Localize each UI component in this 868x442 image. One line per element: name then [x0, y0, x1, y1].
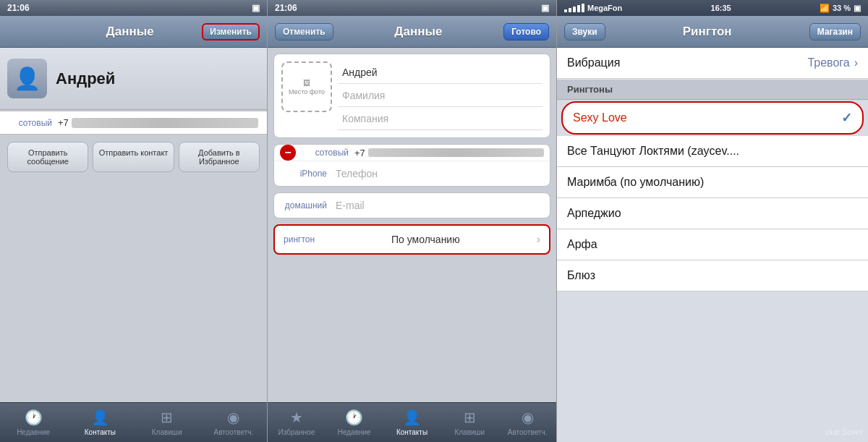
- signal-group: MegaFon: [564, 4, 622, 12]
- ringtone-item-2[interactable]: Все Танцуют Локтями (zaycev....: [557, 136, 868, 167]
- contacts-icon-2: 👤: [403, 409, 421, 426]
- email-section: домашний: [273, 192, 550, 218]
- tab-keypad-label-1: Клавиши: [152, 428, 182, 436]
- first-name-input[interactable]: [338, 61, 542, 84]
- phone-prefix-2: +7: [354, 148, 365, 158]
- panel-contacts-edit: 21:06 ▣ Отменить Данные Готово 🖼 Место ф…: [268, 0, 557, 442]
- done-button[interactable]: Готово: [503, 23, 549, 41]
- edit-form: 🖼 Место фото − сотовый +7 iPhone: [268, 48, 556, 402]
- voicemail-icon-1: ◉: [227, 409, 239, 426]
- person-icon: 👤: [14, 66, 41, 91]
- name-fields: [338, 61, 542, 130]
- send-message-button[interactable]: Отправить сообщение: [7, 142, 88, 172]
- tab-favorites-label-2: Избранное: [278, 428, 315, 436]
- bar3: [573, 7, 576, 12]
- nav-title-1: Данные: [106, 25, 154, 39]
- contact-header: 👤 Андрей: [0, 48, 267, 110]
- bar5: [582, 4, 584, 12]
- add-favorite-button[interactable]: Добавить в Избранное: [179, 142, 260, 172]
- tab-recent-1[interactable]: 🕐 Недавние: [0, 403, 67, 442]
- tab-favorites-2[interactable]: ★ Избранное: [268, 403, 326, 442]
- battery-icon-1: ▣: [252, 3, 260, 13]
- cancel-button[interactable]: Отменить: [275, 23, 333, 41]
- tab-recent-2[interactable]: 🕐 Недавние: [326, 403, 383, 442]
- bar4: [577, 5, 580, 12]
- company-input[interactable]: [338, 108, 542, 130]
- ringtone-item-3[interactable]: Маримба (по умолчанию): [557, 167, 868, 198]
- ringtone-item-4[interactable]: Арпеджио: [557, 198, 868, 229]
- battery-icon-2: ▣: [541, 3, 549, 13]
- checkmark-icon: ✓: [841, 110, 852, 126]
- nav-bar-1: Данные Изменить: [0, 16, 267, 48]
- tab-keypad-label-2: Клавиши: [454, 428, 485, 436]
- keypad-icon-2: ⊞: [464, 409, 476, 426]
- ringtone-list: Вибрация Тревога › Рингтоны Sexy Love ✓ …: [557, 48, 868, 442]
- status-bar-1: 21:06 ▣: [0, 0, 267, 16]
- ringtone-label: рингтон: [284, 234, 315, 245]
- status-bar-3: MegaFon 16:35 📶 33 % ▣: [557, 0, 868, 16]
- phone-blur: [72, 118, 258, 128]
- photo-placeholder[interactable]: 🖼 Место фото: [281, 61, 332, 112]
- photo-icon: 🖼: [303, 79, 310, 87]
- ringtone-name-4: Арпеджио: [567, 207, 621, 220]
- send-contact-button[interactable]: Отправить контакт: [93, 142, 174, 172]
- tab-keypad-1[interactable]: ⊞ Клавиши: [134, 403, 200, 442]
- vibration-label: Вибрация: [567, 56, 620, 69]
- photo-name-section: 🖼 Место фото: [273, 54, 550, 138]
- wifi-icon: 📶: [820, 4, 830, 13]
- chevron-icon: ›: [537, 233, 540, 246]
- phone-prefix: +7: [58, 117, 69, 128]
- voicemail-icon-2: ◉: [522, 409, 534, 426]
- vibration-row[interactable]: Вибрация Тревога ›: [557, 48, 868, 79]
- nav-bar-2: Отменить Данные Готово: [268, 16, 556, 48]
- action-buttons: Отправить сообщение Отправить контакт До…: [0, 135, 267, 179]
- ringtone-name-3: Маримба (по умолчанию): [567, 176, 704, 189]
- ringtone-row[interactable]: рингтон По умолчанию ›: [273, 224, 550, 255]
- tab-recent-label-2: Недавние: [338, 428, 371, 436]
- ringtones-section-header: Рингтоны: [557, 79, 868, 100]
- carrier-name: MegaFon: [587, 4, 622, 12]
- contact-name: Андрей: [56, 69, 115, 88]
- keypad-icon-1: ⊞: [161, 409, 173, 426]
- tab-keypad-2[interactable]: ⊞ Клавиши: [441, 403, 498, 442]
- remove-phone-button[interactable]: −: [280, 145, 296, 161]
- tab-contacts-1[interactable]: 👤 Контакты: [67, 403, 133, 442]
- email-input[interactable]: [333, 193, 544, 218]
- nav-bar-3: Звуки Рингтон Магазин: [557, 16, 868, 48]
- tab-voicemail-1[interactable]: ◉ Автоответч.: [200, 403, 267, 442]
- iphone-input[interactable]: [333, 161, 544, 186]
- tab-bar-2: ★ Избранное 🕐 Недавние 👤 Контакты ⊞ Клав…: [268, 402, 556, 442]
- vibration-chevron-icon: ›: [854, 56, 858, 69]
- surname-input[interactable]: [338, 85, 542, 107]
- vibration-value-group: Тревога ›: [807, 56, 858, 69]
- phone-blur-2: [368, 148, 544, 157]
- battery-icon-3: ▣: [854, 4, 861, 13]
- status-time-2: 21:06: [275, 3, 297, 13]
- panel-contacts-view: 21:06 ▣ Данные Изменить 👤 Андрей сотовый…: [0, 0, 268, 442]
- ringtone-item-6[interactable]: Блюз: [557, 260, 868, 292]
- ringtone-item-sexy-love[interactable]: Sexy Love ✓: [561, 101, 864, 135]
- ringtone-item-5[interactable]: Арфа: [557, 229, 868, 260]
- tab-contacts-2[interactable]: 👤 Контакты: [383, 403, 441, 442]
- tab-voicemail-2[interactable]: ◉ Автоответч.: [498, 403, 556, 442]
- edit-button[interactable]: Изменить: [202, 23, 260, 41]
- tab-voicemail-label-1: Автоответч.: [214, 428, 254, 436]
- back-sounds-button[interactable]: Звуки: [564, 23, 605, 41]
- tab-bar-1: 🕐 Недавние 👤 Контакты ⊞ Клавиши ◉ Автоот…: [0, 402, 267, 442]
- tab-recent-label-1: Недавние: [17, 428, 50, 436]
- bar2: [569, 8, 571, 12]
- panel-ringtones: MegaFon 16:35 📶 33 % ▣ Звуки Рингтон Маг…: [557, 0, 868, 442]
- email-label: домашний: [280, 200, 327, 211]
- phone-row: сотовый +7: [0, 111, 267, 135]
- recent-icon-2: 🕐: [345, 409, 363, 426]
- status-time-3: 16:35: [711, 4, 731, 12]
- battery-group: 📶 33 % ▣: [820, 4, 861, 13]
- recent-icon-1: 🕐: [25, 409, 43, 426]
- mobile-phone-row: − сотовый +7: [274, 145, 550, 161]
- battery-pct: 33 %: [833, 4, 851, 12]
- phone-section: − сотовый +7 iPhone: [273, 144, 550, 187]
- iphone-label: iPhone: [280, 169, 327, 179]
- store-button[interactable]: Магазин: [809, 23, 861, 41]
- watermark: club Sovet: [825, 428, 862, 436]
- ringtone-name-sexy-love: Sexy Love: [573, 111, 627, 124]
